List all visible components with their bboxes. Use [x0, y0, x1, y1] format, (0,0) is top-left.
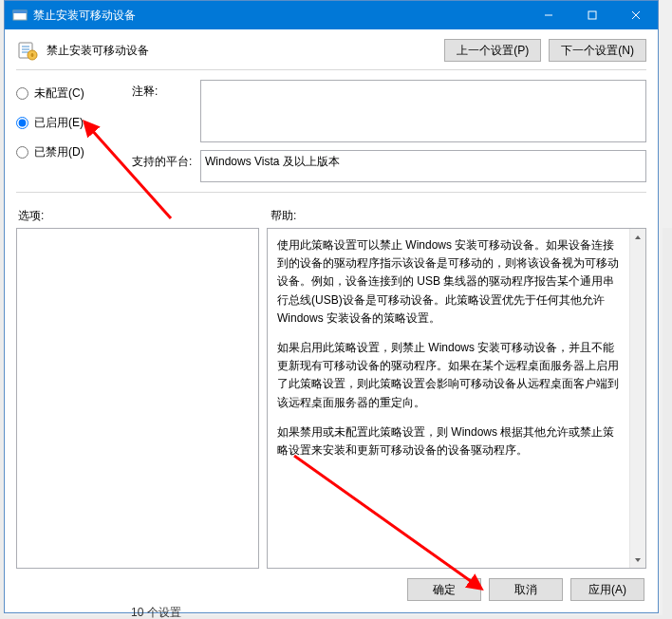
scroll-up-button[interactable] [630, 229, 645, 245]
header-row: 禁止安装可移动设备 上一个设置(P) 下一个设置(N) [16, 39, 646, 67]
radio-enabled-label: 已启用(E) [34, 115, 84, 131]
separator [16, 69, 646, 70]
platform-row: 支持的平台: Windows Vista 及以上版本 [132, 150, 646, 182]
radio-not-configured-input[interactable] [16, 87, 28, 100]
radio-not-configured-label: 未配置(C) [34, 85, 84, 102]
svg-marker-14 [635, 235, 641, 239]
svg-rect-12 [31, 53, 33, 54]
separator-2 [16, 192, 646, 193]
svg-rect-13 [31, 56, 33, 57]
apply-button[interactable]: 应用(A) [570, 578, 644, 601]
close-button[interactable] [614, 1, 658, 29]
cancel-button[interactable]: 取消 [489, 578, 563, 601]
policy-icon [16, 39, 39, 62]
maximize-button[interactable] [570, 1, 614, 29]
comment-label: 注释: [132, 80, 193, 142]
bg-strip-bottom [0, 615, 672, 619]
radio-not-configured[interactable]: 未配置(C) [16, 85, 121, 102]
help-paragraph-3: 如果禁用或未配置此策略设置，则 Windows 根据其他允许或禁止策略设置来安装… [277, 423, 620, 460]
svg-marker-15 [635, 558, 641, 562]
nav-buttons: 上一个设置(P) 下一个设置(N) [444, 39, 646, 62]
help-paragraph-1: 使用此策略设置可以禁止 Windows 安装可移动设备。如果设备连接到的设备的驱… [277, 236, 620, 328]
radio-disabled-label: 已禁用(D) [34, 144, 84, 160]
svg-rect-1 [13, 10, 27, 13]
platform-value: Windows Vista 及以上版本 [200, 150, 646, 182]
policy-title: 禁止安装可移动设备 [47, 43, 437, 59]
minimize-button[interactable] [527, 1, 570, 29]
radio-disabled[interactable]: 已禁用(D) [16, 144, 121, 160]
titlebar: 禁止安装可移动设备 [5, 1, 658, 29]
platform-label: 支持的平台: [132, 150, 193, 182]
svg-point-11 [31, 54, 34, 57]
help-panel: 使用此策略设置可以禁止 Windows 安装可移动设备。如果设备连接到的设备的驱… [267, 228, 646, 569]
window-icon [12, 8, 28, 23]
ok-button[interactable]: 确定 [407, 578, 481, 601]
help-scrollbar[interactable] [629, 229, 645, 568]
window-title: 禁止安装可移动设备 [33, 8, 527, 24]
svg-rect-3 [588, 11, 596, 19]
footer-buttons: 确定 取消 应用(A) [16, 569, 646, 603]
stray-count-text: 10 个设置 [131, 605, 181, 619]
radio-column: 未配置(C) 已启用(E) 已禁用(D) [16, 80, 121, 182]
prev-setting-button[interactable]: 上一个设置(P) [444, 39, 541, 62]
scroll-track[interactable] [630, 245, 645, 552]
panels: 使用此策略设置可以禁止 Windows 安装可移动设备。如果设备连接到的设备的驱… [16, 228, 646, 569]
options-label: 选项: [16, 208, 263, 224]
policy-editor-window: 禁止安装可移动设备 [4, 0, 659, 613]
next-setting-button[interactable]: 下一个设置(N) [549, 39, 646, 62]
comment-input[interactable] [200, 80, 646, 142]
right-column: 注释: 支持的平台: Windows Vista 及以上版本 [132, 80, 646, 182]
scroll-down-button[interactable] [630, 552, 645, 568]
help-paragraph-2: 如果启用此策略设置，则禁止 Windows 安装可移动设备，并且不能更新现有可移… [277, 339, 620, 412]
help-label: 帮助: [263, 208, 646, 224]
radio-disabled-input[interactable] [16, 146, 28, 159]
options-panel [16, 228, 259, 569]
comment-row: 注释: [132, 80, 646, 142]
bg-strip-right [663, 228, 672, 617]
radio-enabled-input[interactable] [16, 117, 28, 129]
radio-enabled[interactable]: 已启用(E) [16, 115, 121, 131]
mid-labels: 选项: 帮助: [16, 208, 646, 224]
content-area: 禁止安装可移动设备 上一个设置(P) 下一个设置(N) 未配置(C) 已启用(E… [5, 29, 658, 612]
help-text: 使用此策略设置可以禁止 Windows 安装可移动设备。如果设备连接到的设备的驱… [268, 229, 629, 568]
config-area: 未配置(C) 已启用(E) 已禁用(D) 注释: 支持的平台: [16, 80, 646, 182]
